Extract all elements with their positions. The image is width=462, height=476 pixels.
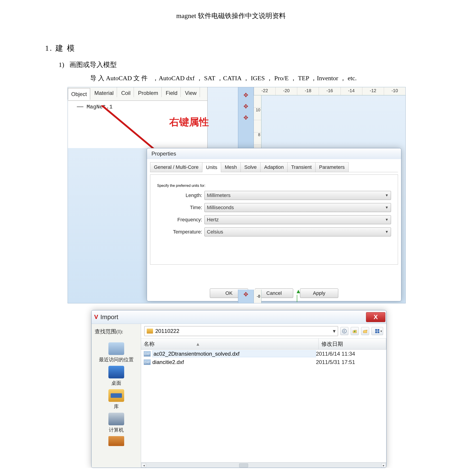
nav-back-button[interactable]: [340, 327, 348, 335]
place-recent[interactable]: 最近访问的位置: [92, 342, 141, 363]
sort-indicator-icon: ▴: [197, 341, 199, 347]
select-value: Hertz: [207, 217, 219, 223]
scroll-left-icon[interactable]: ◂: [142, 463, 146, 468]
tab-material[interactable]: Material: [91, 87, 117, 97]
tab-view[interactable]: View: [182, 87, 200, 97]
tab-solve[interactable]: Solve: [240, 162, 261, 172]
subsection-title: 画图或导入模型: [69, 61, 117, 68]
select-temperature[interactable]: Celsius ▼: [205, 227, 391, 237]
nav-up-button[interactable]: [351, 327, 359, 335]
toolbar-handle-icon[interactable]: ✥: [242, 291, 249, 298]
fieldset-legend: Specify the preferred units for:: [157, 184, 205, 187]
nav-newfolder-button[interactable]: ✶: [361, 327, 369, 335]
file-row[interactable]: DXF ac02_2Dtransientmotion_solved.dxf 20…: [141, 349, 386, 358]
file-date: 2011/6/14 11:34: [316, 351, 384, 357]
lookin-toolbar: 20110222 ▾ ✶: [141, 324, 386, 339]
tab-parameters[interactable]: Parameters: [315, 162, 349, 172]
recent-places-icon: [108, 342, 124, 355]
desktop-icon: [108, 366, 124, 378]
select-length[interactable]: Millimeters ▼: [205, 191, 391, 200]
lookin-label: 查找范围(I):: [95, 328, 123, 335]
back-icon: [342, 329, 347, 333]
place-desktop[interactable]: 桌面: [92, 366, 141, 387]
select-value: Celsius: [207, 229, 223, 235]
select-frequency[interactable]: Hertz ▼: [205, 215, 391, 224]
file-row[interactable]: DXF diancitie2.dxf 2011/5/31 17:51: [141, 358, 386, 366]
row-length: Length: Millimeters ▼: [157, 191, 391, 200]
svg-text:✶: ✶: [366, 329, 367, 332]
toolbar-strip: ✥ ✥ ✥: [238, 87, 254, 148]
ruler-tick: -18: [297, 87, 319, 95]
file-list-header: 名称 ▴ 修改日期: [141, 339, 386, 349]
chevron-down-icon: ▼: [385, 218, 389, 222]
import-prefix: 导 入 AutoCAD 文 件: [90, 75, 148, 82]
units-fieldset: Specify the preferred units for: Length:…: [150, 174, 398, 265]
places-bar: 查找范围(I): 最近访问的位置 桌面 库 计算机: [92, 324, 141, 468]
chevron-down-icon: ▼: [385, 230, 389, 234]
scroll-right-icon[interactable]: ▸: [381, 463, 386, 468]
label-frequency: Frequency:: [157, 217, 205, 223]
tab-coil[interactable]: Coil: [118, 87, 134, 97]
app-icon: V: [94, 314, 98, 321]
file-date: 2011/5/31 17:51: [316, 359, 384, 365]
label-length: Length:: [157, 193, 205, 198]
tab-adaption[interactable]: Adaption: [260, 162, 288, 172]
file-area: 20110222 ▾ ✶: [141, 324, 386, 468]
section-heading: 建 模: [55, 44, 76, 52]
project-tree: ── MagNet.1: [68, 101, 208, 148]
place-library[interactable]: 库: [92, 389, 141, 410]
row-frequency: Frequency: Hertz ▼: [157, 215, 391, 224]
chevron-down-icon: ▾: [333, 328, 336, 334]
close-button[interactable]: X: [366, 312, 385, 322]
lookin-combo[interactable]: 20110222 ▾: [144, 326, 338, 336]
label-temperature: Temperature:: [157, 229, 205, 235]
ruler-tick: -12: [362, 87, 384, 95]
tab-transient[interactable]: Transient: [287, 162, 316, 172]
ruler-tick: -14: [341, 87, 362, 95]
properties-dialog: Properties General / Multi-Core Units Me…: [147, 148, 401, 301]
dxf-file-icon: DXF: [144, 351, 151, 357]
up-folder-icon: [352, 329, 357, 333]
document-title: magnet 软件电磁铁操作中文说明资料: [45, 11, 417, 20]
tree-item-magnet[interactable]: ── MagNet.1: [68, 101, 207, 110]
computer-icon: [108, 413, 124, 425]
tab-object[interactable]: Object: [68, 88, 90, 100]
tab-field[interactable]: Field: [163, 87, 181, 97]
tab-units[interactable]: Units: [202, 162, 221, 172]
toolbar-handle-icon[interactable]: ✥: [242, 92, 249, 99]
import-title: Import: [100, 314, 366, 321]
select-value: Milliseconds: [207, 205, 234, 211]
apply-button[interactable]: Apply: [300, 289, 338, 298]
ruler-tick: [254, 120, 261, 133]
label-time: Time:: [157, 205, 205, 211]
toolbar-handle-icon[interactable]: ✥: [242, 103, 249, 110]
dxf-file-icon: DXF: [144, 359, 151, 365]
ruler-tick: 10: [254, 108, 261, 120]
import-rest: ，AutoCAD dxf ， SAT ，CATIA ， IGES ， Pro/E…: [152, 75, 357, 82]
subsection-number: 1): [59, 61, 64, 68]
place-label: 库: [114, 404, 119, 409]
vertical-ruler: 10 8: [254, 95, 261, 149]
place-network[interactable]: [92, 436, 141, 446]
section-number: 1.: [45, 44, 53, 52]
ruler-tick: -8: [254, 290, 261, 299]
column-name[interactable]: 名称 ▴: [141, 339, 319, 349]
network-icon: [108, 436, 124, 446]
ruler-tick: [254, 95, 261, 108]
horizontal-scrollbar[interactable]: ◂ ▸: [141, 462, 386, 468]
view-icon: [375, 329, 379, 333]
scroll-thumb[interactable]: [239, 463, 248, 468]
select-time[interactable]: Milliseconds ▼: [205, 203, 391, 212]
toolbar-handle-icon[interactable]: ✥: [242, 114, 249, 121]
tab-general[interactable]: General / Multi-Core: [150, 162, 202, 172]
tab-problem[interactable]: Problem: [135, 87, 161, 97]
row-time: Time: Milliseconds ▼: [157, 203, 391, 212]
properties-tabstrip: General / Multi-Core Units Mesh Solve Ad…: [150, 162, 398, 172]
folder-icon: [147, 329, 153, 333]
nav-view-button[interactable]: [371, 327, 383, 335]
import-titlebar: V Import X: [92, 310, 386, 324]
place-computer[interactable]: 计算机: [92, 413, 141, 434]
column-date[interactable]: 修改日期: [319, 339, 386, 349]
axis-indicator-icon: ▲│: [295, 288, 301, 302]
tab-mesh[interactable]: Mesh: [221, 162, 241, 172]
